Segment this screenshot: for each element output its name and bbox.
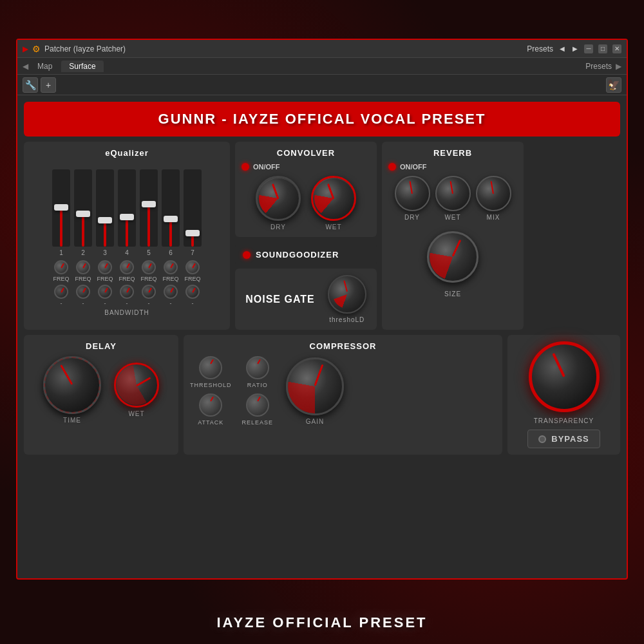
toolbar-left: 🔧 + <box>23 77 56 93</box>
eq-bw-group-7: - <box>184 285 202 307</box>
eq-slider-4[interactable] <box>118 169 136 247</box>
eq-freq-label-2: FREQ <box>75 276 91 282</box>
eq-bw-group-4: - <box>118 285 136 307</box>
title-bar: ▶ ⚙ Patcher (Iayze Patcher) Presets ◀ ▶ … <box>17 40 627 58</box>
eq-freq-label-7: FREQ <box>184 276 200 282</box>
delay-time-group: TIME <box>43 356 101 424</box>
comp-gain-label: GAIN <box>306 418 324 425</box>
wrench-button[interactable]: 🔧 <box>23 77 38 93</box>
comp-attack-knob[interactable] <box>199 393 222 417</box>
eq-freq-knob-4[interactable] <box>120 260 134 274</box>
eq-band-2: 2 <box>74 249 92 256</box>
presets-next[interactable]: ▶ <box>571 45 579 52</box>
eq-band-7: 7 <box>184 249 202 256</box>
bandwidth-label: BANDWIDTH <box>30 309 223 316</box>
reverb-dry-group: DRY <box>395 176 430 221</box>
comp-release-knob[interactable] <box>246 393 269 417</box>
eq-bw-knob-3[interactable] <box>98 285 112 299</box>
reverb-module: REVERB ON/OFF DRY WET <box>382 142 524 330</box>
eq-slider-6[interactable] <box>162 169 180 247</box>
maximize-button[interactable]: □ <box>598 44 607 53</box>
eq-bw-knob-2[interactable] <box>76 285 90 299</box>
tab-bar: ◀ Map Surface Presets ▶ <box>17 58 627 75</box>
reverb-onoff-label: ON/OFF <box>400 163 427 171</box>
eq-freq-knob-7[interactable] <box>185 260 200 274</box>
eq-freq-group-4: FREQ <box>118 260 136 282</box>
eq-band-3: 3 <box>96 249 114 256</box>
delay-module: DELAY TIME WET <box>24 335 178 455</box>
top-modules-row: eQualizer <box>24 142 620 330</box>
comp-gain-knob[interactable] <box>286 357 344 415</box>
bypass-led <box>538 435 546 443</box>
comp-attack-group: ATTACK <box>190 393 232 426</box>
tabs-container: ◀ Map Surface <box>23 61 104 72</box>
transparency-label: TRANSPARENCY <box>534 417 594 424</box>
preset-banner: GUNNR - IAYZE OFFICAL VOCAL PRESET <box>24 102 620 137</box>
arrow-right-icon: ▶ <box>616 62 621 71</box>
eq-sliders-container <box>30 163 223 247</box>
eq-bw-knob-4[interactable] <box>120 285 134 299</box>
reverb-wet-knob[interactable] <box>435 176 471 211</box>
comp-ratio-knob[interactable] <box>246 356 269 379</box>
presets-tab-label: Presets <box>585 62 612 71</box>
reverb-mix-label: MIX <box>487 214 500 221</box>
eq-band-6: 6 <box>162 249 180 256</box>
presets-prev[interactable]: ◀ <box>558 45 566 52</box>
eq-freq-knob-6[interactable] <box>164 260 178 274</box>
toolbar: 🔧 + 🦅 <box>17 75 627 95</box>
transparency-knob[interactable] <box>529 341 600 412</box>
bypass-label: BYPASS <box>551 434 589 444</box>
eq-freq-knob-1[interactable] <box>54 260 68 274</box>
eq-slider-2[interactable] <box>74 169 92 247</box>
eq-slider-1[interactable] <box>52 169 70 247</box>
compressor-module: COMPRESSOR THRESHOLD RATIO A <box>184 335 502 455</box>
reverb-wet-group: WET <box>435 176 471 221</box>
eq-bw-knob-5[interactable] <box>142 285 156 299</box>
eq-bw-knob-7[interactable] <box>185 285 200 299</box>
eq-slider-5[interactable] <box>140 169 158 247</box>
delay-wet-label: WET <box>128 410 144 417</box>
noise-gate-threshold-knob[interactable] <box>328 275 366 314</box>
eq-freq-knob-3[interactable] <box>98 260 112 274</box>
eq-freq-group-3: FREQ <box>96 260 114 282</box>
reverb-dry-knob[interactable] <box>395 176 430 211</box>
tab-map[interactable]: Map <box>30 61 60 72</box>
reverb-size-knob[interactable] <box>427 231 478 283</box>
eq-bw-knob-1[interactable] <box>54 285 68 299</box>
convolver-dry-knob[interactable] <box>256 176 301 221</box>
convolver-onoff-label: ON/OFF <box>253 163 280 171</box>
eq-slider-3[interactable] <box>96 169 114 247</box>
comp-release-group: RELEASE <box>237 393 279 426</box>
eq-band-5: 5 <box>140 249 158 256</box>
reverb-mix-knob[interactable] <box>476 176 511 211</box>
eq-title: eQualizer <box>30 148 223 158</box>
convolver-led <box>242 163 249 171</box>
convolver-wet-label: WET <box>325 223 341 231</box>
gear-icon: ⚙ <box>32 44 41 54</box>
close-button[interactable]: ✕ <box>612 44 621 53</box>
reverb-onoff: ON/OFF <box>388 163 517 171</box>
arrow-icon: ▶ <box>23 44 28 53</box>
tab-surface[interactable]: Surface <box>61 61 103 72</box>
eq-bw-knob-6[interactable] <box>164 285 178 299</box>
delay-time-knob[interactable] <box>43 356 101 414</box>
add-button[interactable]: + <box>41 77 56 93</box>
comp-ratio-group: RATIO <box>237 356 279 388</box>
eq-bw-group-6: - <box>162 285 180 307</box>
minimize-button[interactable]: ─ <box>584 44 593 53</box>
eq-freq-knob-2[interactable] <box>76 260 90 274</box>
compressor-title: COMPRESSOR <box>190 341 496 351</box>
eq-slider-7[interactable] <box>184 169 202 247</box>
bypass-button[interactable]: BYPASS <box>527 430 600 448</box>
comp-threshold-label: THRESHOLD <box>190 382 232 388</box>
comp-attack-label: ATTACK <box>198 419 223 426</box>
delay-wet-knob[interactable] <box>114 363 159 408</box>
bird-button[interactable]: 🦅 <box>606 77 621 93</box>
eq-band-labels: 1 2 3 4 5 6 7 <box>30 249 223 256</box>
convolver-wet-knob[interactable] <box>311 176 356 221</box>
reverb-top-knobs: DRY WET MIX <box>388 176 517 221</box>
eq-freq-knob-5[interactable] <box>142 260 156 274</box>
eq-freq-group-1: FREQ <box>52 260 70 282</box>
comp-gain-group: GAIN <box>286 357 344 425</box>
comp-threshold-knob[interactable] <box>199 356 222 379</box>
